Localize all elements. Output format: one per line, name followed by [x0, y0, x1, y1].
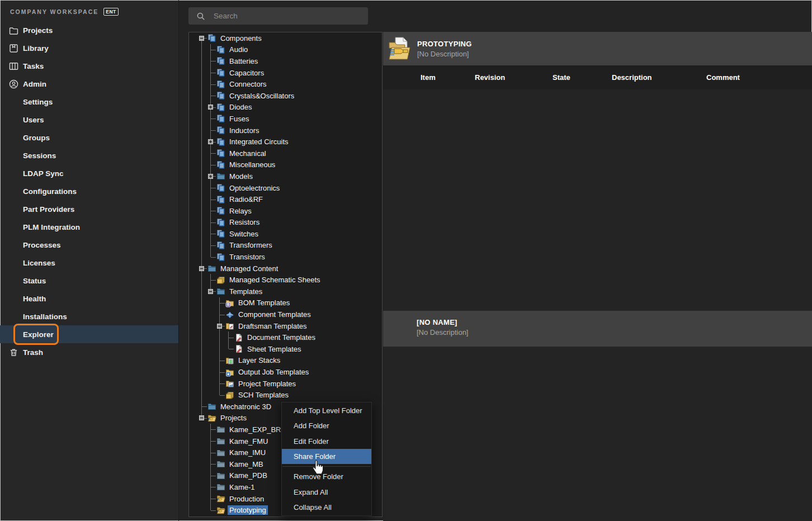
tree-node-label[interactable]: Radio&RF [228, 195, 265, 204]
menu-item-add-folder[interactable]: Add Folder [282, 418, 371, 433]
tree-node-label[interactable]: Transformers [228, 240, 274, 250]
sidebar-item-processes[interactable]: Processes [0, 236, 178, 254]
tree-node-label[interactable]: Output Job Templates [237, 367, 310, 377]
sidebar-item-status[interactable]: Status [0, 272, 178, 290]
sidebar-item-settings[interactable]: Settings [0, 93, 178, 111]
sidebar-item-explorer[interactable]: Explorer [0, 325, 178, 343]
tree-toggle-plus[interactable] [206, 136, 215, 148]
tree-node-label[interactable]: Transistors [228, 252, 267, 262]
tree-node-label[interactable]: Mechatronic 3D [219, 402, 273, 411]
column-header-description[interactable]: Description [612, 73, 652, 82]
menu-item-edit-folder[interactable]: Edit Folder [282, 434, 371, 449]
sidebar-item-installations[interactable]: Installations [0, 307, 178, 325]
tree-node-transistors[interactable]: Transistors [197, 251, 382, 263]
tree-toggle-plus[interactable] [206, 170, 215, 182]
tree-node-optoelectronics[interactable]: Optoelectronics [197, 182, 382, 194]
sidebar-item-configurations[interactable]: Configurations [0, 182, 178, 200]
tree-node-label[interactable]: Components [219, 34, 263, 43]
tree-node-label[interactable]: Document Templates [246, 333, 317, 342]
tree-node-integrated-circuits[interactable]: Integrated Circuits [197, 136, 382, 148]
tree-node-managed-schematic-sheets[interactable]: Managed Schematic Sheets [197, 274, 382, 286]
tree-node-label[interactable]: Relays [228, 206, 253, 216]
sidebar-item-part-providers[interactable]: Part Providers [0, 200, 178, 218]
tree-node-component-templates[interactable]: Component Templates [197, 309, 382, 320]
tree-node-label[interactable]: Managed Schematic Sheets [228, 275, 322, 285]
tree-toggle-minus[interactable] [206, 286, 215, 297]
tree-node-inductors[interactable]: Inductors [197, 125, 382, 136]
tree-node-label[interactable]: Integrated Circuits [228, 137, 290, 146]
tree-node-label[interactable]: SCH Templates [237, 390, 290, 400]
sidebar-item-groups[interactable]: Groups [0, 129, 178, 146]
menu-item-collapse-all[interactable]: Collapse All [282, 500, 371, 515]
tree-node-label[interactable]: Resistors [228, 217, 261, 227]
tree-node-label[interactable]: Diodes [228, 102, 253, 112]
tree-node-label[interactable]: Audio [228, 45, 249, 54]
sidebar-item-trash[interactable]: Trash [0, 343, 178, 361]
tree-node-label[interactable]: Projects [219, 413, 248, 423]
column-header-state[interactable]: State [553, 73, 570, 82]
tree-node-diodes[interactable]: Diodes [197, 102, 382, 113]
sidebar-item-licenses[interactable]: Licenses [0, 254, 178, 272]
sidebar-item-library[interactable]: Library [0, 39, 178, 57]
column-header-item[interactable]: Item [421, 73, 436, 82]
tree-node-label[interactable]: Component Templates [237, 310, 313, 319]
tree-node-label[interactable]: Templates [228, 287, 264, 296]
column-header-revision[interactable]: Revision [475, 73, 505, 82]
tree-node-label[interactable]: Crystals&Oscillators [228, 91, 296, 101]
tree-node-label[interactable]: Switches [228, 229, 260, 239]
tree-node-label[interactable]: Connectors [228, 79, 268, 89]
tree-toggle-minus[interactable] [197, 263, 206, 274]
tree-node-managed-content[interactable]: Managed Content [197, 263, 382, 274]
tree-node-label[interactable]: Production [228, 494, 266, 504]
search-box[interactable] [188, 7, 368, 25]
tree-node-capacitors[interactable]: Capacitors [197, 67, 382, 79]
tree-node-label[interactable]: Mechanical [228, 149, 268, 158]
tree-node-crystals-oscillators[interactable]: Crystals&Oscillators [197, 90, 382, 102]
tree-node-document-templates[interactable]: Document Templates [197, 331, 382, 343]
sidebar-item-sessions[interactable]: Sessions [0, 146, 178, 164]
tree-node-label[interactable]: Sheet Templates [246, 344, 303, 354]
tree-node-draftsman-templates[interactable]: Draftsman Templates [197, 320, 382, 332]
tree-node-label[interactable]: Kame-1 [228, 482, 257, 492]
tree-node-label[interactable]: Optoelectronics [228, 183, 281, 193]
tree-node-switches[interactable]: Switches [197, 228, 382, 240]
sidebar-item-plm-integration[interactable]: PLM Integration [0, 218, 178, 236]
tree-node-audio[interactable]: Audio [197, 44, 382, 56]
tree-toggle-minus[interactable] [197, 32, 206, 44]
tree-node-project-templates[interactable]: Project Templates [197, 378, 382, 390]
tree-node-label[interactable]: Batteries [228, 56, 259, 66]
column-header-comment[interactable]: Comment [706, 73, 740, 82]
tree-node-label[interactable]: Fuses [228, 114, 251, 124]
tree-node-sheet-templates[interactable]: Sheet Templates [197, 343, 382, 355]
tree-node-components[interactable]: Components [197, 32, 382, 44]
tree-node-output-job-templates[interactable]: Output Job Templates [197, 366, 382, 378]
tree-node-connectors[interactable]: Connectors [197, 78, 382, 90]
tree-node-label[interactable]: Prototyping [228, 505, 268, 515]
tree-node-label[interactable]: Managed Content [219, 264, 280, 273]
tree-toggle-minus[interactable] [197, 413, 206, 424]
tree-node-label[interactable]: Capacitors [228, 68, 266, 78]
tree-toggle-plus[interactable] [206, 102, 215, 113]
tree-node-transformers[interactable]: Transformers [197, 240, 382, 252]
tree-node-mechanical[interactable]: Mechanical [197, 148, 382, 159]
tree-node-label[interactable]: Kame_FMU [228, 437, 270, 446]
tree-node-layer-stacks[interactable]: Layer Stacks [197, 355, 382, 367]
sidebar-item-users[interactable]: Users [0, 111, 178, 129]
tree-node-label[interactable]: Inductors [228, 126, 261, 135]
tree-node-label[interactable]: Kame_EXP_BRK [228, 425, 287, 434]
search-input[interactable] [214, 12, 353, 20]
tree-node-label[interactable]: Kame_MB [228, 460, 265, 469]
tree-node-fuses[interactable]: Fuses [197, 113, 382, 125]
tree-node-models[interactable]: Models [197, 170, 382, 182]
tree-node-templates[interactable]: Templates [197, 286, 382, 297]
tree-node-relays[interactable]: Relays [197, 205, 382, 217]
sidebar-item-health[interactable]: Health [0, 290, 178, 307]
tree-toggle-minus[interactable] [215, 320, 224, 332]
menu-item-expand-all[interactable]: Expand All [282, 484, 371, 499]
sidebar-item-tasks[interactable]: Tasks [0, 57, 178, 75]
tree-node-bom-templates[interactable]: BBOM Templates [197, 297, 382, 309]
sidebar-item-projects[interactable]: Projects [0, 21, 178, 39]
menu-item-add-top-level-folder[interactable]: Add Top Level Folder [282, 403, 371, 418]
tree-node-resistors[interactable]: Resistors [197, 217, 382, 229]
tree-node-radio-rf[interactable]: Radio&RF [197, 193, 382, 205]
